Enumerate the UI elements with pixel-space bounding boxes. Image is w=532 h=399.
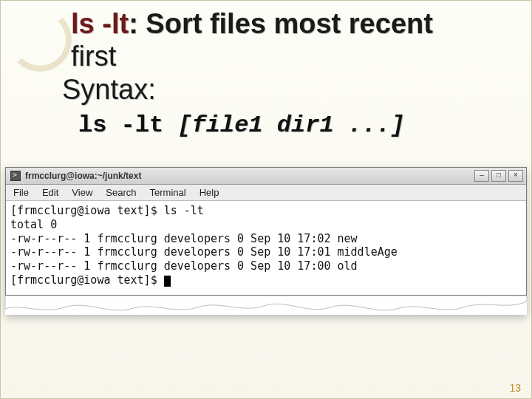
term-line-5: -rw-r--r-- 1 frmcclurg developers 0 Sep …	[10, 259, 358, 273]
terminal-window: frmcclurg@iowa:~/junk/text – □ × File Ed…	[5, 167, 527, 296]
term-line-2: total 0	[10, 218, 57, 231]
term-line-3: -rw-r--r-- 1 frmcclurg developers 0 Sep …	[10, 232, 358, 245]
minimize-button[interactable]: –	[474, 170, 489, 182]
page-number: 13	[509, 382, 521, 394]
menu-help[interactable]: Help	[200, 187, 219, 198]
window-buttons: – □ ×	[474, 170, 526, 182]
cursor-icon	[164, 276, 171, 287]
menu-view[interactable]: View	[72, 187, 92, 198]
menu-terminal[interactable]: Terminal	[150, 187, 186, 198]
terminal-app-icon	[10, 171, 21, 181]
torn-edge	[5, 296, 527, 315]
terminal-menubar: File Edit View Search Terminal Help	[6, 185, 526, 201]
slide: ls -lt: Sort files most recent first Syn…	[0, 0, 532, 399]
maximize-button[interactable]: □	[491, 170, 506, 182]
menu-file[interactable]: File	[13, 187, 29, 198]
syntax-label: Syntax:	[62, 74, 487, 106]
syntax-cmd: ls -lt	[78, 112, 177, 139]
term-line-6: [frmcclurg@iowa text]$	[10, 273, 164, 287]
terminal-body[interactable]: [frmcclurg@iowa text]$ ls -lt total 0 -r…	[6, 201, 526, 295]
syntax-code: ls -lt [file1 dir1 ...]	[78, 112, 487, 139]
title-command: ls -lt	[71, 8, 129, 39]
terminal-title-text: frmcclurg@iowa:~/junk/text	[25, 171, 474, 181]
terminal-titlebar: frmcclurg@iowa:~/junk/text – □ ×	[6, 168, 526, 185]
syntax-args: [file1 dir1 ...]	[177, 112, 404, 139]
term-line-1: [frmcclurg@iowa text]$ ls -lt	[10, 204, 204, 217]
slide-title-line1: ls -lt: Sort files most recent	[71, 8, 487, 41]
close-button[interactable]: ×	[508, 170, 523, 182]
slide-title-line2: first	[71, 41, 487, 73]
menu-edit[interactable]: Edit	[42, 187, 58, 198]
terminal-screenshot: frmcclurg@iowa:~/junk/text – □ × File Ed…	[5, 167, 527, 315]
menu-search[interactable]: Search	[106, 187, 136, 198]
term-line-4: -rw-r--r-- 1 frmcclurg developers 0 Sep …	[10, 245, 398, 259]
title-block: ls -lt: Sort files most recent first Syn…	[71, 8, 487, 139]
title-rest-1: : Sort files most recent	[129, 8, 433, 39]
